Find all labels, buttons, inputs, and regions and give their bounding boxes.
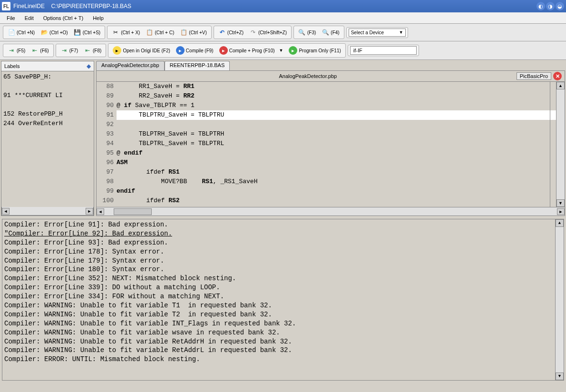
save-button[interactable]: 💾(Ctrl +S) [71, 27, 103, 38]
code-line[interactable]: endif [117, 187, 165, 195]
menubar: File Edit Options (Ctrl + T) Help [0, 12, 566, 24]
output-line[interactable]: Compiler: WARNING: Unable to fit variabl… [4, 328, 562, 337]
output-line[interactable]: Compiler: Error[Line 91]: Bad expression… [4, 220, 562, 229]
step-f7-button[interactable]: ⇥(F7) [58, 45, 80, 56]
step-f5-button[interactable]: ⇥(F5) [5, 45, 28, 56]
output-line[interactable]: Compiler: Error[Line 180]: Syntax error. [4, 265, 562, 274]
label-item[interactable]: 152 RestorePBP_H [3, 109, 92, 119]
search-next-icon: 🔍 [322, 29, 329, 36]
chevron-down-icon[interactable]: ▼ [279, 48, 283, 53]
output-line[interactable]: Compiler: WARNING: Unable to fit variabl… [4, 301, 562, 310]
copy-label: (Ctrl + C) [155, 30, 174, 35]
code-line[interactable]: ifdef RS1 [117, 168, 180, 176]
output-line[interactable]: Compiler: Error[Line 334]: FOR without a… [4, 292, 562, 301]
label-item[interactable] [3, 82, 92, 91]
device-select[interactable]: Select a Device▼ [349, 29, 406, 37]
code-line[interactable]: MOVE?BB RS2, RS2 SaveH [117, 206, 257, 207]
output-vscroll[interactable]: ▲▼ [555, 219, 564, 380]
output-line[interactable]: Compiler: WARNING: Unable to fit variabl… [4, 337, 562, 346]
code-line[interactable]: TBLPTRL_SaveH = TBLPTRL [117, 140, 224, 147]
compile-button[interactable]: ▸Compile (F9) [174, 45, 216, 56]
menu-file[interactable]: File [3, 14, 19, 22]
code-line[interactable]: MOVE?BB RS1, _RS1_SaveH [117, 178, 257, 185]
output-panel[interactable]: Compiler: Error[Line 91]: Bad expression… [2, 219, 564, 381]
output-line[interactable]: Compiler: Error[Line 339]: DO without a … [4, 283, 562, 292]
close-tab-button[interactable]: ✕ [553, 72, 562, 80]
editor-hscroll[interactable]: ◄► [96, 207, 565, 216]
undo-icon: ↶ [218, 29, 226, 36]
code-line[interactable]: TBLPTRU_SaveH = TBLPTRU [117, 110, 556, 120]
output-line[interactable]: Compiler: Error[Line 352]: NEXT: Mismatc… [4, 274, 562, 283]
menu-help[interactable]: Help [89, 14, 107, 22]
code-line[interactable]: RR1_SaveH = RR1 [117, 83, 195, 90]
find-next-button[interactable]: 🔍(F4) [319, 27, 342, 38]
label-item[interactable] [3, 100, 92, 110]
progonly-label: Program Only (F11) [299, 48, 341, 53]
code-area[interactable]: 888990919293949596979899100 RR1_SaveH = … [96, 82, 565, 207]
labels-title: Labels [4, 63, 20, 69]
maximize-icon[interactable]: ◑ [546, 2, 555, 10]
menu-options[interactable]: Options (Ctrl + T) [39, 14, 87, 22]
step-f8-button[interactable]: ⇤(F8) [81, 45, 104, 56]
tab-analogpeak[interactable]: AnalogPeakDetector.pbp [96, 61, 165, 70]
label-item[interactable]: 65 SavePBP_H: [3, 72, 92, 82]
app-name: FineLineIDE [13, 3, 45, 10]
output-line[interactable]: Compiler: WARNING: Unable to fit variabl… [4, 310, 562, 319]
column-guide [550, 82, 550, 207]
undo-button[interactable]: ↶(Ctrl+Z) [216, 27, 246, 38]
toolbar-2: ⇥(F5) ⇤(F6) ⇥(F7) ⇤(F8) ▸Open in Origi I… [0, 41, 566, 60]
close-icon[interactable]: ◒ [556, 2, 564, 10]
new-button[interactable]: 📄(Ctrl +N) [5, 27, 37, 38]
output-line[interactable]: Compiler: WARNING: Unable to fit variabl… [4, 346, 562, 355]
editor-vscroll[interactable]: ▲▼ [556, 82, 565, 207]
output-line[interactable]: Compiler: ERROR: UNTIL: Mismatched block… [4, 355, 562, 364]
minimize-icon[interactable]: ◐ [537, 2, 545, 10]
code-line[interactable]: @ endif [117, 149, 143, 157]
tab-reenterpbp[interactable]: REENTERPBP-18.BAS [165, 61, 230, 70]
label-item[interactable]: 244 OverReEnterH [3, 119, 92, 128]
active-filename: AnalogPeakDetector.pbp [99, 73, 517, 79]
paste-icon: 📋 [180, 29, 187, 36]
copy-button[interactable]: 📋(Ctrl + C) [143, 27, 176, 38]
redo-button[interactable]: ↷(Ctrl+Shift+Z) [247, 27, 289, 38]
code-body[interactable]: RR1_SaveH = RR1 RR2_SaveH = RR2 @ if Sav… [117, 82, 556, 207]
device-label: Select a Device [351, 30, 384, 35]
output-line[interactable]: Compiler: Error[Line 179]: Syntax error. [4, 256, 562, 265]
labels-header[interactable]: Labels ◆ [1, 61, 94, 71]
window-controls: ◐ ◑ ◒ [537, 2, 564, 10]
save-disk-icon: 💾 [74, 29, 81, 36]
language-label[interactable]: PicBasicPro [517, 72, 551, 80]
compile-label: Compile (F9) [186, 48, 214, 53]
outdent-icon: ⇤ [84, 47, 91, 54]
open-button[interactable]: 📂(Ctrl +O) [38, 27, 70, 38]
redo-label: (Ctrl+Shift+Z) [258, 30, 287, 35]
compile-prog-button[interactable]: ▸Compile + Prog (F10)▼ [217, 45, 286, 56]
code-line[interactable]: TBLPTRH_SaveH = TBLPTRH [117, 130, 224, 137]
toolbar-1: 📄(Ctrl +N) 📂(Ctrl +O) 💾(Ctrl +S) ✂(Ctrl … [0, 24, 566, 41]
open-ide-button[interactable]: ▸Open in Origi IDE (F2) [110, 45, 172, 56]
label-item[interactable]: 91 ***CURRENT LI [3, 91, 92, 100]
find-button[interactable]: 🔍(F3) [296, 27, 318, 38]
program-only-button[interactable]: ▸Program Only (F11) [286, 45, 343, 56]
step-f6-button[interactable]: ⇤(F6) [29, 45, 51, 56]
main-area: Labels ◆ 65 SavePBP_H: 91 ***CURRENT LI … [0, 60, 566, 217]
play-red-icon: ▸ [219, 46, 228, 55]
labels-list[interactable]: 65 SavePBP_H: 91 ***CURRENT LI 152 Resto… [1, 71, 94, 207]
code-line[interactable]: ASM [117, 159, 143, 166]
menu-edit[interactable]: Edit [21, 14, 38, 22]
output-line[interactable]: Compiler: WARNING: Unable to fit variabl… [4, 319, 562, 328]
cut-button[interactable]: ✂(Ctrl + X) [109, 27, 142, 38]
output-line[interactable]: Compiler: Error[Line 178]: Syntax error. [4, 247, 562, 256]
output-line[interactable]: "Compiler: Error[Line 92]: Bad expressio… [4, 229, 562, 238]
sidebar-hscroll[interactable]: ◄► [1, 207, 94, 216]
code-line[interactable]: @ if Save_TBLPTR == 1 [117, 102, 195, 109]
code-line[interactable]: RR2_SaveH = RR2 [117, 92, 195, 99]
code-line[interactable]: ifdef RS2 [117, 197, 180, 204]
f5-label: (F5) [17, 48, 25, 53]
paste-button[interactable]: 📋(Ctrl +V) [177, 27, 209, 38]
output-line[interactable]: Compiler: Error[Line 93]: Bad expression… [4, 238, 562, 247]
cut-label: (Ctrl + X) [121, 30, 140, 35]
redo-icon: ↷ [249, 29, 257, 36]
if-input[interactable]: if-IF [350, 46, 417, 55]
search-icon: 🔍 [298, 29, 306, 36]
